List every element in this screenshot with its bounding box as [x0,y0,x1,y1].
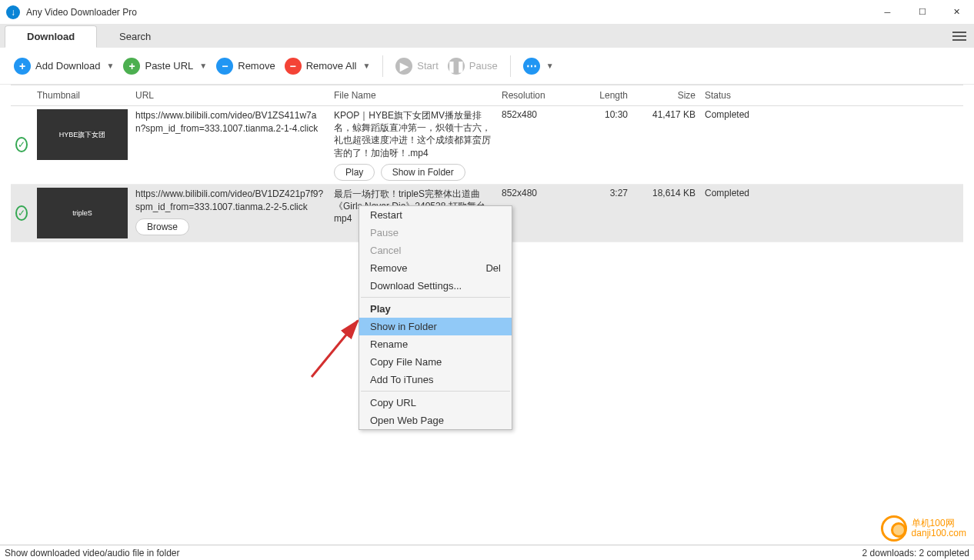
menu-copy-file-name[interactable]: Copy File Name [359,353,512,371]
chevron-down-icon[interactable]: ▼ [199,62,207,70]
divider [382,55,383,77]
minimize-button[interactable]: ─ [870,0,905,25]
col-status[interactable]: Status [700,90,963,101]
col-thumbnail[interactable]: Thumbnail [32,90,131,101]
menu-remove[interactable]: RemoveDel [359,259,512,277]
maximize-button[interactable]: ☐ [905,0,939,25]
menu-copy-url[interactable]: Copy URL [359,394,512,412]
paste-url-button[interactable]: +Paste URL▼ [120,56,210,76]
col-length[interactable]: Length [572,90,632,101]
titlebar: ↓ Any Video Downloader Pro ─ ☐ ✕ [0,0,974,25]
cell-size: 41,417 KB [632,109,700,181]
context-menu: Restart Pause Cancel RemoveDel Download … [359,205,512,430]
tab-download[interactable]: Download [5,25,97,48]
menu-add-to-itunes[interactable]: Add To iTunes [359,371,512,388]
check-icon: ✓ [15,205,28,221]
play-button[interactable]: Play [334,164,375,181]
menu-play[interactable]: Play [359,300,512,318]
toolbar: +Add Download▼ +Paste URL▼ −Remove −Remo… [0,48,974,85]
col-filename[interactable]: File Name [329,90,497,101]
menu-cancel: Cancel [359,242,512,259]
thumbnail: tripleS [37,188,128,238]
close-button[interactable]: ✕ [939,0,974,25]
cell-filename: KPOP｜HYBE旗下女团MV播放量排名，鲸舞蹈版直冲第一，炽领十古六，礼也超强… [329,109,497,181]
remove-button[interactable]: −Remove [213,56,278,76]
menu-pause: Pause [359,224,512,242]
tab-bar: Download Search [0,25,974,48]
plus-icon: + [123,58,140,75]
chevron-down-icon[interactable]: ▼ [546,62,554,70]
start-button[interactable]: ▶Start [392,56,441,76]
more-button[interactable]: ⋯▼ [520,56,557,76]
status-text: Show downloaded video/audio file in fold… [5,548,180,558]
browse-button[interactable]: Browse [135,218,189,236]
chevron-down-icon[interactable]: ▼ [107,62,115,70]
play-icon: ▶ [395,58,412,75]
app-title: Any Video Downloader Pro [26,7,137,18]
thumbnail: HYBE旗下女团 [37,109,128,160]
menu-icon[interactable] [952,32,966,41]
watermark-logo-icon [881,515,907,542]
plus-icon: + [14,58,31,75]
cell-url: https://www.bilibili.com/video/BV1DZ421p… [131,188,329,238]
app-logo-icon: ↓ [6,5,20,19]
col-url[interactable]: URL [131,90,329,101]
window-controls: ─ ☐ ✕ [870,0,974,25]
pause-button[interactable]: ❚❚Pause [445,56,501,76]
check-icon: ✓ [15,137,28,152]
cell-length: 10:30 [572,109,632,181]
cell-status: Completed [700,188,963,238]
cell-size: 18,614 KB [632,188,700,238]
divider [510,55,511,77]
col-resolution[interactable]: Resolution [497,90,572,101]
minus-icon: − [285,58,302,75]
pause-icon: ❚❚ [448,58,465,75]
menu-rename[interactable]: Rename [359,335,512,353]
menu-restart[interactable]: Restart [359,206,512,224]
dots-icon: ⋯ [523,58,540,75]
menu-show-in-folder[interactable]: Show in Folder [359,318,512,335]
cell-status: Completed [700,109,963,181]
divider [361,297,510,298]
tab-search[interactable]: Search [97,25,173,48]
divider [361,391,510,392]
cell-length: 3:27 [572,188,632,238]
col-size[interactable]: Size [632,90,700,101]
status-bar: Show downloaded video/audio file in fold… [0,545,974,560]
chevron-down-icon[interactable]: ▼ [362,62,370,70]
show-in-folder-button[interactable]: Show in Folder [381,164,465,181]
watermark: 单机100网 danji100.com [881,515,966,542]
table-row[interactable]: ✓ HYBE旗下女团 https://www.bilibili.com/vide… [11,106,963,185]
menu-download-settings[interactable]: Download Settings... [359,277,512,295]
menu-open-web-page[interactable]: Open Web Page [359,412,512,429]
cell-resolution: 852x480 [497,109,572,181]
remove-all-button[interactable]: −Remove All▼ [282,56,374,76]
svg-line-0 [312,321,358,377]
add-download-button[interactable]: +Add Download▼ [11,56,117,76]
table-header: Thumbnail URL File Name Resolution Lengt… [11,85,963,106]
cell-url: https://www.bilibili.com/video/BV1ZS411w… [131,109,329,181]
minus-icon: − [216,58,233,75]
status-summary: 2 downloads: 2 completed [862,548,969,558]
